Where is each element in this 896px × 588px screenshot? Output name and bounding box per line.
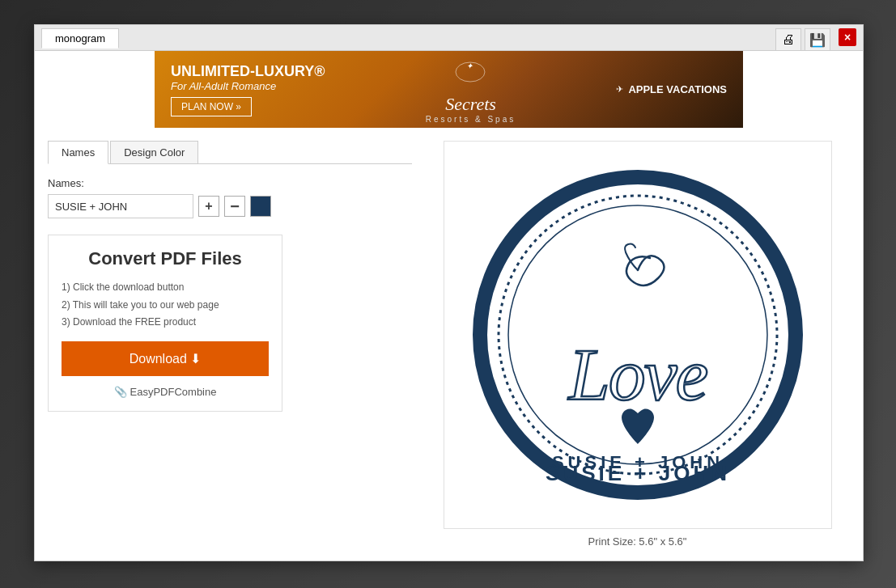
svg-text:✦: ✦ (466, 61, 474, 70)
apple-vacations-text: APPLE VACATIONS (628, 83, 727, 95)
secrets-sub: Resorts & Spas (426, 115, 516, 124)
modal-dialog: monogram 🖨 💾 × UNLIMITED-LUXURY® For All… (34, 24, 864, 561)
top-icons: 🖨 💾 (775, 28, 830, 51)
ad-box-steps: 1) Click the download button 2) This wil… (62, 279, 269, 332)
tab-names[interactable]: Names (48, 141, 108, 164)
svg-text:Love: Love (567, 333, 707, 416)
add-name-button[interactable]: + (198, 196, 219, 217)
ad-banner-right-content: ✈ APPLE VACATIONS (616, 83, 727, 95)
secrets-name: Secrets (445, 94, 496, 115)
tab-design-color[interactable]: Design Color (110, 141, 198, 163)
close-button[interactable]: × (839, 28, 856, 46)
plan-now-button[interactable]: PLAN NOW » (171, 97, 252, 116)
remove-name-button[interactable]: − (224, 196, 245, 217)
easypdf-logo: 📎 EasyPDFCombine (62, 386, 269, 398)
easypdf-text: EasyPDFCombine (130, 386, 217, 398)
ad-banner: UNLIMITED-LUXURY® For All-Adult Romance … (155, 51, 743, 128)
ad-step-1: 1) Click the download button (62, 279, 269, 297)
ad-box-title: Convert PDF Files (62, 248, 269, 269)
names-input-row: + − (48, 194, 412, 218)
print-button[interactable]: 🖨 (775, 28, 801, 51)
secrets-logo: ✦ (446, 56, 495, 94)
right-panel: Love SUSIE + JOHN SUSIE + JOHN SUSIE + J… (425, 141, 850, 548)
ad-banner-left-content: UNLIMITED-LUXURY® For All-Adult Romance … (171, 63, 325, 116)
monogram-tab[interactable]: monogram (41, 28, 119, 49)
left-panel: Names Design Color Names: + − Convert PD… (48, 141, 412, 548)
ad-box: Convert PDF Files 1) Click the download … (48, 235, 282, 412)
ad-banner-center-content: ✦ Secrets Resorts & Spas (426, 56, 516, 124)
color-swatch[interactable] (250, 196, 271, 217)
apple-icon: ✈ (616, 84, 623, 95)
unlimited-luxury-text: UNLIMITED-LUXURY® (171, 63, 325, 80)
download-button[interactable]: Download ⬇ (62, 341, 269, 376)
easypdf-icon: 📎 (114, 386, 127, 398)
modal-tab-bar: monogram 🖨 💾 × (35, 25, 863, 51)
monogram-svg: Love SUSIE + JOHN SUSIE + JOHN SUSIE + J… (468, 165, 808, 505)
design-preview: Love SUSIE + JOHN SUSIE + JOHN SUSIE + J… (444, 141, 832, 529)
svg-text:SUSIE + JOHN: SUSIE + JOHN (551, 452, 723, 472)
tabs-row: Names Design Color (48, 141, 412, 164)
names-input[interactable] (48, 194, 193, 218)
print-size-label: Print Size: 5.6" x 5.6" (588, 535, 687, 548)
ad-step-3: 3) Download the FREE product (62, 314, 269, 332)
ad-step-2: 2) This will take you to our web page (62, 297, 269, 315)
names-field-label: Names: (48, 177, 412, 189)
save-button[interactable]: 💾 (805, 28, 830, 51)
for-all-text: For All-Adult Romance (171, 80, 325, 92)
modal-body: Names Design Color Names: + − Convert PD… (35, 128, 863, 561)
